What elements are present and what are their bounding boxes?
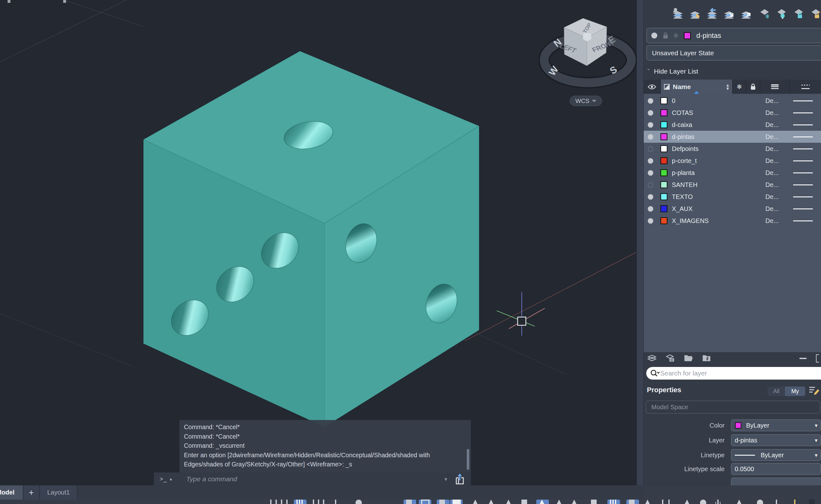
status-toggle-icon[interactable] (286, 500, 287, 504)
layer-color-swatch[interactable] (661, 97, 667, 104)
edit-properties-icon[interactable] (808, 385, 820, 396)
status-toggle-icon[interactable] (421, 500, 430, 504)
layer-lineweight[interactable]: De... (765, 217, 793, 225)
remove-layer-button[interactable] (800, 358, 806, 359)
status-toggle-icon[interactable] (662, 500, 663, 504)
layer-row[interactable]: X_IMAGENSDe... (644, 215, 821, 227)
viewcube[interactable]: E TOP LEFT FRONT N W S (537, 13, 638, 107)
status-toggle-icon[interactable] (270, 500, 271, 504)
status-toggle-icon[interactable] (700, 500, 706, 504)
search-icon[interactable] (650, 369, 660, 377)
layer-row[interactable]: DefpointsDe... (644, 143, 821, 155)
dice-solid[interactable] (143, 51, 479, 427)
layer-move-down-icon[interactable] (723, 6, 735, 20)
layer-unlock-icon[interactable] (808, 6, 821, 20)
status-toggle-icon[interactable] (439, 500, 445, 504)
layer-linetype[interactable] (793, 196, 821, 197)
layer-visibility-toggle[interactable] (648, 98, 653, 103)
hide-layer-list-toggle[interactable]: ˇ Hide Layer List (644, 65, 821, 78)
layer-color-swatch[interactable] (661, 109, 667, 116)
layer-linetype[interactable] (793, 148, 821, 149)
status-toggle-icon[interactable] (323, 500, 324, 504)
layer-color-swatch[interactable] (661, 193, 667, 200)
status-toggle-icon[interactable] (506, 500, 511, 504)
layer-lineweight[interactable]: De... (765, 97, 793, 105)
filter-my-button[interactable]: My (785, 387, 805, 396)
status-toggle-icon[interactable] (453, 500, 461, 504)
search-input[interactable] (660, 369, 800, 377)
layer-dropdown[interactable]: d-pintas ▼ (731, 434, 821, 446)
layer-visibility-toggle[interactable] (648, 122, 653, 127)
layer-lineweight[interactable]: De... (765, 121, 793, 129)
space-selector[interactable]: Model Space (646, 400, 820, 414)
status-toggle-icon[interactable] (794, 500, 795, 504)
column-freeze[interactable]: ❄ (733, 80, 746, 94)
layer-freeze-icon[interactable]: ❄ (757, 6, 770, 20)
palette-divider[interactable] (637, 0, 644, 504)
status-toggle-icon[interactable] (571, 500, 577, 504)
status-toggle-icon[interactable] (473, 500, 478, 504)
layer-row[interactable]: SANTEHDe... (644, 179, 821, 191)
layer-visibility-toggle[interactable] (648, 170, 653, 175)
layer-visibility-toggle[interactable] (648, 158, 653, 163)
status-toggle-icon[interactable] (275, 500, 277, 504)
layer-color-swatch[interactable] (661, 181, 667, 188)
status-toggle-icon[interactable] (776, 500, 777, 504)
layer-color-swatch[interactable] (661, 121, 667, 128)
layer-linetype[interactable] (793, 124, 821, 125)
status-toggle-icon[interactable] (629, 500, 635, 504)
layer-lock-icon[interactable] (791, 6, 804, 20)
status-toggle-icon[interactable] (556, 500, 562, 504)
column-name-sort[interactable]: Name ▲▼ (661, 80, 733, 94)
layer-lineweight[interactable]: De... (765, 109, 793, 117)
column-linetype[interactable] (790, 80, 821, 94)
layer-isolate-icon[interactable] (689, 6, 701, 20)
status-toggle-icon[interactable] (736, 500, 742, 504)
layer-linetype[interactable] (793, 136, 821, 137)
open-folder-icon[interactable] (684, 353, 694, 364)
command-scrollbar[interactable] (467, 449, 469, 470)
status-toggle-icon[interactable] (406, 500, 412, 504)
layer-row[interactable]: d-pintasDe... (644, 131, 821, 143)
layer-visibility-toggle[interactable] (648, 218, 653, 223)
layer-row[interactable]: p-corte_tDe... (644, 155, 821, 167)
current-layer-swatch[interactable] (684, 32, 691, 39)
status-toggle-icon[interactable] (809, 500, 815, 504)
layer-lineweight[interactable]: De... (765, 181, 793, 189)
prompt-chevron-icon[interactable]: ▼ (169, 477, 173, 482)
folder-import-icon[interactable] (702, 353, 712, 364)
status-toggle-icon[interactable] (684, 500, 690, 504)
layer-visibility-toggle[interactable] (648, 194, 653, 199)
layer-color-swatch[interactable] (661, 133, 667, 140)
layer-lineweight[interactable]: De... (765, 169, 793, 177)
status-toggle-icon[interactable] (610, 500, 618, 504)
layer-linetype[interactable] (793, 160, 821, 161)
status-toggle-icon[interactable] (757, 500, 763, 504)
status-toggle-icon[interactable] (281, 500, 282, 504)
column-lock[interactable] (746, 80, 760, 94)
layer-linetype[interactable] (793, 172, 821, 173)
layer-settings-icon[interactable] (665, 353, 675, 364)
layer-visibility-toggle[interactable] (648, 146, 653, 151)
layer-color-swatch[interactable] (661, 205, 667, 212)
layer-visibility-toggle[interactable] (648, 206, 653, 211)
layer-row[interactable]: COTASDe... (644, 107, 821, 119)
tab-model[interactable]: Model (0, 485, 23, 500)
layer-row[interactable]: p-plantaDe... (644, 167, 821, 179)
layer-linetype[interactable] (793, 100, 821, 101)
layer-color-swatch[interactable] (661, 157, 667, 164)
current-layer-bar[interactable]: ❄ d-pintas (646, 28, 821, 43)
layer-lineweight[interactable]: De... (765, 157, 793, 165)
layer-visibility-toggle[interactable] (648, 110, 653, 115)
layer-lineweight[interactable]: De... (765, 133, 793, 141)
add-layout-button[interactable]: + (23, 485, 40, 500)
status-toggle-icon[interactable] (539, 500, 545, 504)
new-layer-icon[interactable] (647, 353, 657, 364)
layer-row[interactable]: X_AUXDe... (644, 203, 821, 215)
status-toggle-icon[interactable] (488, 500, 494, 504)
layer-lineweight[interactable]: De... (765, 205, 793, 213)
status-toggle-icon[interactable] (668, 500, 670, 504)
layer-visibility-toggle[interactable] (648, 182, 653, 187)
command-input-placeholder[interactable]: Type a command (186, 475, 444, 483)
status-toggle-icon[interactable] (591, 500, 597, 504)
